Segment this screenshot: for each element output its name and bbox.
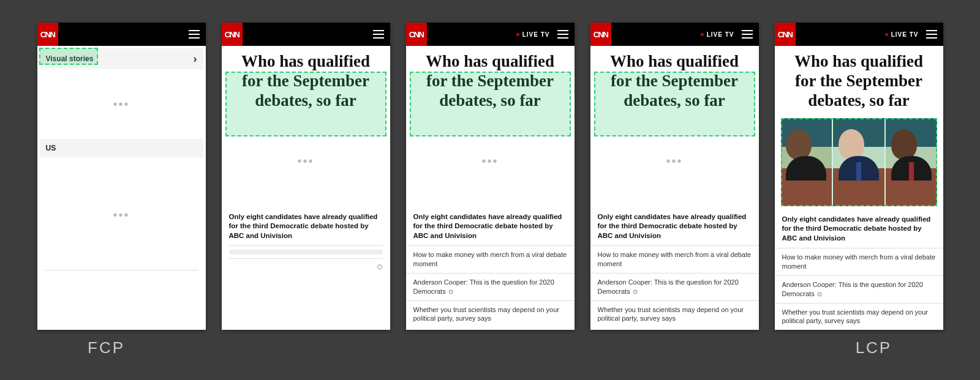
- sub-lead[interactable]: Only eight candidates have already quali…: [406, 207, 575, 246]
- topbar: CNN: [222, 23, 390, 46]
- cnn-logo[interactable]: CNN: [37, 23, 58, 46]
- play-icon: ⊙: [816, 291, 823, 297]
- frame-2: CNN Who has qualified for the September …: [222, 23, 390, 330]
- section-label: Visual stories: [46, 54, 94, 63]
- loading-dots-icon: •••: [481, 154, 498, 168]
- story-link-scientists[interactable]: Whether you trust scientists may depend …: [406, 300, 575, 328]
- play-icon: ⊙: [631, 288, 638, 295]
- cnn-logo[interactable]: CNN: [406, 23, 427, 46]
- live-tv-label: LIVE TV: [522, 31, 550, 38]
- frame-5-lcp: CNN LIVE TV Who has qualified for the Se…: [775, 23, 943, 330]
- loading-dots-icon: •••: [297, 154, 314, 168]
- headline[interactable]: Who has qualified for the September deba…: [222, 46, 390, 116]
- topbar-right: [373, 30, 384, 39]
- topbar: CNN: [37, 23, 206, 46]
- content-area: Visual stories › ••• US •••: [37, 46, 206, 330]
- live-tv-label: LIVE TV: [891, 31, 919, 38]
- story-link-scientists[interactable]: Whether you trust scientists may depend …: [775, 303, 943, 330]
- frame-1-fcp: CNN Visual stories › ••• US •••: [37, 23, 206, 330]
- section-us[interactable]: US: [40, 139, 203, 157]
- hero-placeholder: •••: [406, 116, 575, 207]
- live-tv-link[interactable]: LIVE TV: [885, 31, 919, 38]
- loading-dots-icon: •••: [666, 154, 682, 168]
- headline[interactable]: Who has qualified for the September deba…: [590, 46, 759, 116]
- menu-icon[interactable]: [926, 30, 937, 39]
- menu-icon[interactable]: [189, 30, 200, 39]
- story-link-cooper[interactable]: Anderson Cooper: This is the question fo…: [775, 275, 943, 303]
- live-tv-label: LIVE TV: [707, 31, 734, 38]
- topbar-right: LIVE TV: [885, 30, 937, 39]
- cnn-logo[interactable]: CNN: [775, 23, 796, 46]
- topbar-right: LIVE TV: [701, 30, 753, 39]
- headline[interactable]: Who has qualified for the September deba…: [775, 46, 943, 116]
- fcp-label: FCP: [18, 338, 194, 357]
- menu-icon[interactable]: [557, 30, 568, 39]
- story-link-merch[interactable]: How to make money with merch from a vira…: [590, 245, 759, 273]
- lcp-label: LCP: [786, 338, 962, 357]
- divider: [229, 245, 383, 246]
- sub-lead[interactable]: Only eight candidates have already quali…: [590, 207, 759, 246]
- section-label: US: [46, 144, 56, 152]
- live-dot-icon: [516, 33, 519, 36]
- candidate-portrait-3: [886, 118, 937, 206]
- content-area: Who has qualified for the September deba…: [222, 46, 390, 330]
- chevron-right-icon: ›: [194, 53, 197, 64]
- topbar: CNN LIVE TV: [590, 23, 759, 46]
- metric-labels-row: FCP LCP: [0, 330, 980, 357]
- story-link-scientists[interactable]: Whether you trust scientists may depend …: [590, 300, 759, 328]
- frames-row: CNN Visual stories › ••• US ••• CNN: [19, 23, 962, 330]
- story-link-merch[interactable]: How to make money with merch from a vira…: [775, 248, 943, 275]
- content-area: Who has qualified for the September deba…: [406, 46, 575, 330]
- candidate-portrait-1: [781, 118, 832, 206]
- hero-placeholder: •••: [222, 116, 390, 207]
- divider: [45, 270, 198, 270]
- sub-lead[interactable]: Only eight candidates have already quali…: [222, 207, 390, 246]
- content-area: Who has qualified for the September deba…: [590, 46, 759, 330]
- cnn-logo[interactable]: CNN: [590, 23, 611, 46]
- skeleton-line: [229, 250, 383, 255]
- play-icon: ⊙: [377, 263, 383, 271]
- hero-image[interactable]: [781, 118, 937, 206]
- story-link-merch[interactable]: How to make money with merch from a vira…: [406, 245, 575, 273]
- cnn-logo[interactable]: CNN: [222, 23, 243, 46]
- story-link-cooper[interactable]: Anderson Cooper: This is the question fo…: [590, 273, 759, 300]
- loading-dots-icon: •••: [113, 208, 129, 222]
- frame-4: CNN LIVE TV Who has qualified for the Se…: [590, 23, 759, 330]
- live-tv-link[interactable]: LIVE TV: [701, 31, 734, 38]
- hero-image-wrap: [781, 118, 937, 206]
- topbar-right: [189, 30, 200, 39]
- frame-3: CNN LIVE TV Who has qualified for the Se…: [406, 23, 575, 330]
- sub-lead[interactable]: Only eight candidates have already quali…: [775, 210, 943, 248]
- headline[interactable]: Who has qualified for the September deba…: [406, 46, 575, 116]
- content-area: Who has qualified for the September deba…: [775, 46, 943, 330]
- live-dot-icon: [885, 33, 888, 36]
- play-icon: ⊙: [447, 288, 454, 295]
- topbar-right: LIVE TV: [516, 30, 568, 39]
- live-dot-icon: [701, 33, 704, 36]
- menu-icon[interactable]: [742, 30, 753, 39]
- candidate-portrait-2: [833, 118, 884, 206]
- loading-dots-icon: •••: [113, 97, 129, 111]
- live-tv-link[interactable]: LIVE TV: [516, 31, 550, 38]
- placeholder-loader: •••: [37, 72, 206, 136]
- topbar: CNN LIVE TV: [775, 23, 943, 46]
- placeholder-loader: •••: [37, 160, 206, 270]
- hero-placeholder: •••: [590, 116, 759, 207]
- menu-icon[interactable]: [373, 30, 384, 39]
- section-visual-stories[interactable]: Visual stories ›: [40, 48, 203, 69]
- story-link-cooper[interactable]: Anderson Cooper: This is the question fo…: [406, 273, 575, 300]
- topbar: CNN LIVE TV: [406, 23, 575, 46]
